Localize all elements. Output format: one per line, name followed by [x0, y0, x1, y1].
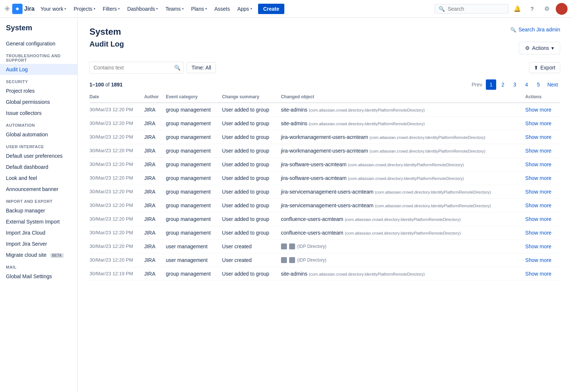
cell-event-category: group management: [166, 130, 222, 144]
jira-logo[interactable]: Jira: [12, 4, 34, 14]
nav-filters[interactable]: Filters ▾: [100, 0, 123, 18]
cell-changed-object: site-admins (com.atlassian.crowd.directo…: [281, 267, 525, 281]
cell-event-category: group management: [166, 212, 222, 226]
show-more-link[interactable]: Show more: [525, 134, 552, 140]
sidebar-item-global-automation[interactable]: Global automation: [0, 129, 77, 140]
help-button[interactable]: ?: [526, 3, 538, 15]
sidebar-item-global-permissions[interactable]: Global permissions: [0, 96, 77, 108]
grid-icon[interactable]: ⁜: [4, 5, 10, 13]
show-more-link[interactable]: Show more: [525, 202, 552, 208]
show-more-link[interactable]: Show more: [525, 120, 552, 126]
topnav: ⁜ Jira Your work ▾ Projects ▾ Filters ▾ …: [0, 0, 572, 18]
sidebar-item-audit-log[interactable]: Audit Log: [0, 64, 77, 75]
table-row: 30/Mar/23 12:20 PM JIRA user management …: [89, 253, 560, 267]
nav-dashboards[interactable]: Dashboards ▾: [124, 0, 161, 18]
show-more-link[interactable]: Show more: [525, 271, 552, 277]
notifications-button[interactable]: 🔔: [511, 3, 523, 15]
next-page-button[interactable]: Next: [545, 79, 560, 90]
page-header: System 🔍 Search Jira admin: [89, 27, 560, 37]
cell-author: JIRA: [144, 171, 166, 185]
cell-action: Show more: [525, 240, 560, 253]
nav-your-work[interactable]: Your work ▾: [37, 0, 69, 18]
page-4-button[interactable]: 4: [521, 79, 532, 90]
page-1-button[interactable]: 1: [486, 79, 496, 90]
show-more-link[interactable]: Show more: [525, 230, 552, 236]
actions-button[interactable]: ⚙ Actions ▾: [519, 42, 560, 54]
show-more-link[interactable]: Show more: [525, 216, 552, 222]
show-more-link[interactable]: Show more: [525, 161, 552, 167]
table-body: 30/Mar/23 12:20 PM JIRA group management…: [89, 103, 560, 281]
time-filter-button[interactable]: Time: All: [187, 62, 216, 73]
show-more-link[interactable]: Show more: [525, 257, 552, 263]
search-filter-icon: 🔍: [171, 65, 183, 71]
redacted-avatar: [289, 243, 295, 249]
nav-projects[interactable]: Projects ▾: [71, 0, 98, 18]
text-filter[interactable]: 🔍: [89, 62, 184, 74]
col-event-category: Event category: [166, 91, 222, 103]
search-admin-label: Search Jira admin: [518, 27, 560, 33]
nav-teams[interactable]: Teams ▾: [162, 0, 186, 18]
cell-action: Show more: [525, 253, 560, 267]
sidebar-item-migrate-cloud-site[interactable]: Migrate cloud site BETA: [0, 249, 77, 260]
settings-button[interactable]: ⚙: [541, 3, 553, 15]
cell-change-summary: User added to group: [222, 199, 281, 212]
cell-author: JIRA: [144, 185, 166, 199]
changed-object-primary: jira-servicemanagement-users-acmteam: [281, 202, 374, 208]
sidebar-item-announcement-banner[interactable]: Announcement banner: [0, 184, 77, 195]
table-row: 30/Mar/23 12:20 PM JIRA user management …: [89, 240, 560, 253]
create-button[interactable]: Create: [258, 4, 285, 14]
page-2-button[interactable]: 2: [498, 79, 508, 90]
avatar[interactable]: [556, 3, 568, 15]
show-more-link[interactable]: Show more: [525, 107, 552, 113]
prev-page-button[interactable]: Prev: [469, 79, 484, 90]
sidebar-item-import-jira-cloud[interactable]: Import Jira Cloud: [0, 227, 77, 238]
cell-changed-object: jira-workmanagement-users-acmteam (com.a…: [281, 144, 525, 158]
sidebar-item-issue-collectors[interactable]: Issue collectors: [0, 108, 77, 119]
cell-date: 30/Mar/23 12:20 PM: [89, 185, 144, 199]
jira-logo-icon: [12, 4, 23, 14]
export-button[interactable]: ⬆ Export: [529, 62, 560, 73]
table-row: 30/Mar/23 12:20 PM JIRA group management…: [89, 158, 560, 171]
sidebar: System General configuration TROUBLESHOO…: [0, 18, 78, 392]
sidebar-item-default-user-preferences[interactable]: Default user preferences: [0, 150, 77, 161]
chevron-down-icon: ▾: [182, 7, 184, 11]
sidebar-item-default-dashboard[interactable]: Default dashboard: [0, 161, 77, 173]
contains-text-input[interactable]: [90, 62, 171, 73]
page-3-button[interactable]: 3: [510, 79, 520, 90]
cell-author: JIRA: [144, 226, 166, 240]
section-title: Audit Log: [89, 40, 124, 48]
cell-changed-object: (IDP Directory): [281, 253, 525, 267]
show-more-link[interactable]: Show more: [525, 175, 552, 181]
changed-object-secondary: (com.atlassian.crowd.directory.IdentityP…: [309, 122, 424, 126]
sidebar-item-import-jira-server[interactable]: Import Jira Server: [0, 238, 77, 249]
table-row: 30/Mar/23 12:20 PM JIRA group management…: [89, 226, 560, 240]
page-5-button[interactable]: 5: [533, 79, 544, 90]
sidebar-item-look-and-feel[interactable]: Look and feel: [0, 173, 77, 184]
cell-change-summary: User added to group: [222, 185, 281, 199]
nav-assets[interactable]: Assets: [211, 0, 233, 18]
sidebar-item-global-mail-settings[interactable]: Global Mail Settings: [0, 271, 77, 282]
show-more-link[interactable]: Show more: [525, 189, 552, 195]
sidebar-item-external-system-import[interactable]: External System Import: [0, 216, 77, 227]
changed-object-secondary: (IDP Directory): [297, 258, 326, 263]
search-box[interactable]: 🔍: [434, 4, 508, 14]
changed-object-secondary: (IDP Directory): [297, 244, 326, 249]
chevron-down-icon: ▾: [205, 7, 207, 11]
search-input[interactable]: [448, 6, 504, 12]
sidebar-item-project-roles[interactable]: Project roles: [0, 85, 77, 96]
help-icon: ?: [530, 6, 534, 12]
sidebar-item-backup-manager[interactable]: Backup manager: [0, 205, 77, 216]
nav-plans[interactable]: Plans ▾: [188, 0, 210, 18]
cell-change-summary: User added to group: [222, 226, 281, 240]
show-more-link[interactable]: Show more: [525, 243, 552, 249]
table-row: 30/Mar/23 12:20 PM JIRA group management…: [89, 144, 560, 158]
beta-badge: BETA: [50, 253, 64, 258]
nav-apps[interactable]: Apps ▾: [234, 0, 255, 18]
changed-object-secondary: (com.atlassian.crowd.directory.IdentityP…: [375, 190, 491, 194]
col-changed-object: Changed object: [281, 91, 525, 103]
sidebar-item-general-configuration[interactable]: General configuration: [0, 38, 77, 49]
search-admin-link[interactable]: 🔍 Search Jira admin: [510, 27, 560, 33]
show-more-link[interactable]: Show more: [525, 148, 552, 154]
cell-action: Show more: [525, 144, 560, 158]
table-row: 30/Mar/23 12:20 PM JIRA group management…: [89, 171, 560, 185]
